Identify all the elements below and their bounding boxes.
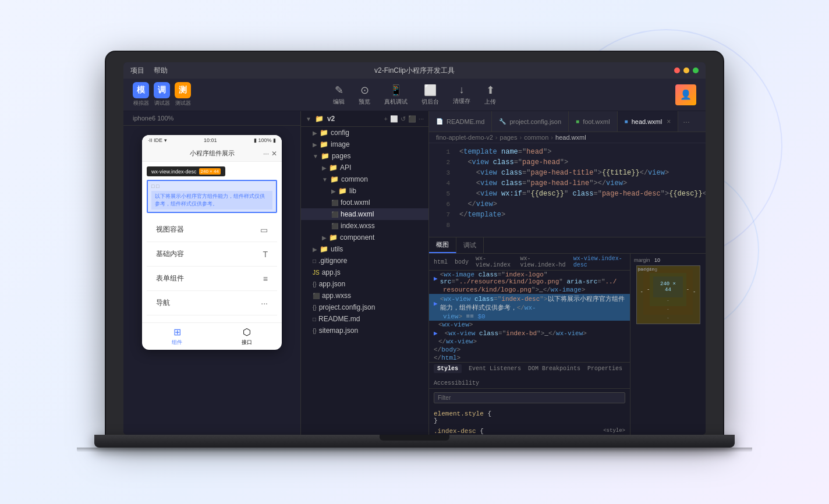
bc-body[interactable]: body	[455, 259, 469, 265]
tree-item-common[interactable]: ▼ 📁 common	[301, 173, 428, 185]
tree-item-app-wxss[interactable]: ⬛ app.wxss	[301, 290, 428, 301]
styles-tab[interactable]: Styles	[434, 364, 462, 373]
list-item[interactable]: 导航 ···	[147, 291, 277, 315]
maximize-button[interactable]	[693, 68, 699, 73]
properties-tab[interactable]: Properties	[587, 365, 622, 372]
html-content-5: <wx-view>	[434, 321, 473, 328]
collapse-icon[interactable]: ⬛	[408, 115, 416, 123]
dom-breakpoints-tab[interactable]: DOM Breakpoints	[528, 365, 580, 372]
phone-bottom-nav: ⊞ 组件 ⬡ 接口	[142, 322, 282, 350]
menu-item-label-1: 视图容器	[156, 225, 184, 235]
tab-project-config[interactable]: 🔧 project.config.json	[492, 111, 569, 132]
bc-wx-view-index[interactable]: wx-view.index	[476, 255, 513, 268]
device-debug-action[interactable]: 📱 真机调试	[384, 84, 408, 106]
list-item[interactable]: 视图容器 ▭	[147, 218, 277, 242]
new-folder-icon[interactable]: ⬜	[390, 115, 398, 123]
bc-html[interactable]: html	[434, 259, 448, 265]
tree-item-readme[interactable]: □ README.md	[301, 313, 428, 325]
tree-item-lib[interactable]: ▶ 📁 lib	[301, 185, 428, 197]
tree-item-project-config[interactable]: {} project.config.json	[301, 301, 428, 313]
nav-item-component[interactable]: ⊞ 组件	[142, 326, 212, 346]
minimize-button[interactable]	[683, 68, 689, 73]
lib-chevron: ▶	[331, 188, 336, 194]
html-content-4: view> == $0	[434, 313, 486, 320]
nav-item-api[interactable]: ⬡ 接口	[212, 326, 282, 346]
code-content-6: </view>	[459, 200, 701, 208]
devtools-tab-overview[interactable]: 概图	[429, 237, 456, 253]
foot-wxml-icon: ⬛	[331, 200, 338, 206]
tree-item-component[interactable]: ▶ 📁 component	[301, 232, 428, 243]
tree-item-app-json[interactable]: {} app.json	[301, 278, 428, 290]
box-padding: padding 240 × 44 -	[650, 273, 686, 306]
tree-item-config[interactable]: ▶ 📁 config	[301, 127, 428, 139]
more-tree-icon[interactable]: ···	[419, 115, 424, 123]
tree-item-index-wxss[interactable]: ⬛ index.wxss	[301, 220, 428, 232]
code-line-1: 1 <template name="head">	[429, 148, 706, 158]
devtools-tab-debug[interactable]: 调试	[456, 237, 484, 253]
debugger-label: 调试器	[154, 100, 170, 107]
rule-selector-2: .index-desc { <style>	[434, 428, 625, 435]
phone-close-icon[interactable]: ✕	[271, 150, 277, 158]
bc-wx-view-index-hd[interactable]: wx-view.index-hd	[520, 255, 566, 268]
debugger-icon: 调	[154, 82, 170, 98]
tab-readme[interactable]: 📄 README.md	[429, 111, 492, 132]
edit-action[interactable]: ✎ 编辑	[333, 84, 345, 106]
head-wxml-close-icon[interactable]: ×	[667, 118, 671, 126]
tree-item-gitignore[interactable]: □ .gitignore	[301, 255, 428, 267]
close-button[interactable]	[674, 68, 680, 73]
tree-item-image[interactable]: ▶ 📁 image	[301, 139, 428, 150]
tab-head-wxml[interactable]: ■ head.wxml ×	[618, 111, 679, 132]
list-item[interactable]: 表单组件 ≡	[147, 267, 277, 291]
tester-button[interactable]: 测 测试器	[175, 82, 191, 107]
tree-item-pages[interactable]: ▼ 📁 pages	[301, 150, 428, 162]
html-line-4: view> == $0	[429, 313, 630, 321]
line-num-3: 3	[434, 169, 450, 176]
head-wxml-tab-icon: ■	[625, 118, 628, 125]
breadcrumb-current[interactable]: head.wxml	[555, 134, 586, 141]
project-config-icon: {}	[313, 304, 317, 311]
event-listeners-tab[interactable]: Event Listeners	[469, 365, 521, 372]
background-icon: ⬜	[424, 84, 437, 97]
laptop-screen: 项目 帮助 v2-FinClip小程序开发工具 模 模拟器 调	[123, 62, 706, 435]
new-file-icon[interactable]: +	[384, 115, 387, 123]
accessibility-tab[interactable]: Accessibility	[434, 380, 479, 386]
tree-item-api[interactable]: ▶ 📁 API	[301, 162, 428, 173]
image-chevron: ▶	[313, 141, 317, 148]
tab-foot-wxml[interactable]: ■ foot.wxml	[569, 111, 618, 132]
html-content-8: </body>	[434, 346, 460, 353]
tree-item-foot-wxml[interactable]: ⬛ foot.wxml	[301, 197, 428, 208]
head-wxml-label: head.wxml	[341, 210, 374, 218]
box-content: 240 × 44	[653, 276, 682, 297]
simulator-button[interactable]: 模 模拟器	[133, 82, 149, 107]
bc-wx-view-index-desc[interactable]: wx-view.index-desc	[573, 255, 625, 268]
tree-item-utils[interactable]: ▶ 📁 utils	[301, 243, 428, 255]
refresh-icon[interactable]: ↺	[401, 115, 406, 123]
clear-cache-action[interactable]: ↓ 清缓存	[453, 84, 470, 105]
breadcrumb-common[interactable]: common	[524, 134, 548, 141]
tree-item-app-js[interactable]: JS app.js	[301, 267, 428, 278]
phone-more-icon[interactable]: ···	[263, 150, 269, 158]
background-action[interactable]: ⬜ 切后台	[421, 84, 439, 106]
styles-filter-input[interactable]	[434, 392, 625, 403]
html-line-3[interactable]: ▶ <wx-view class="index-desc">以下将展示小程序官方…	[429, 294, 630, 313]
menu-project[interactable]: 项目	[130, 66, 144, 76]
tree-item-head-wxml[interactable]: ⬛ head.wxml	[301, 208, 428, 220]
menu-help[interactable]: 帮助	[154, 66, 168, 76]
html-content-7: </wx-view>	[434, 338, 477, 345]
phone-battery: ▮ 100% ▮	[254, 137, 276, 143]
readme-label: README.md	[318, 315, 360, 323]
breadcrumb-pages[interactable]: pages	[500, 134, 518, 141]
code-editor[interactable]: 1 <template name="head"> 2 <view class="…	[429, 143, 706, 237]
toolbar: 模 模拟器 调 调试器 测 测试器 ✎ 编辑	[123, 79, 706, 111]
breadcrumb-root[interactable]: fino-applet-demo-v2	[436, 134, 493, 141]
debugger-button[interactable]: 调 调试器	[154, 82, 170, 107]
app-js-icon: JS	[313, 269, 320, 276]
upload-action[interactable]: ⬆ 上传	[484, 84, 496, 106]
project-config-tab-label: project.config.json	[509, 118, 561, 125]
user-avatar[interactable]: 👤	[675, 84, 696, 105]
config-label: config	[331, 129, 349, 137]
preview-action[interactable]: ⊙ 预览	[359, 84, 370, 106]
more-tabs-icon[interactable]: ···	[683, 117, 690, 126]
tree-item-sitemap[interactable]: {} sitemap.json	[301, 325, 428, 336]
list-item[interactable]: 基础内容 T	[147, 242, 277, 267]
